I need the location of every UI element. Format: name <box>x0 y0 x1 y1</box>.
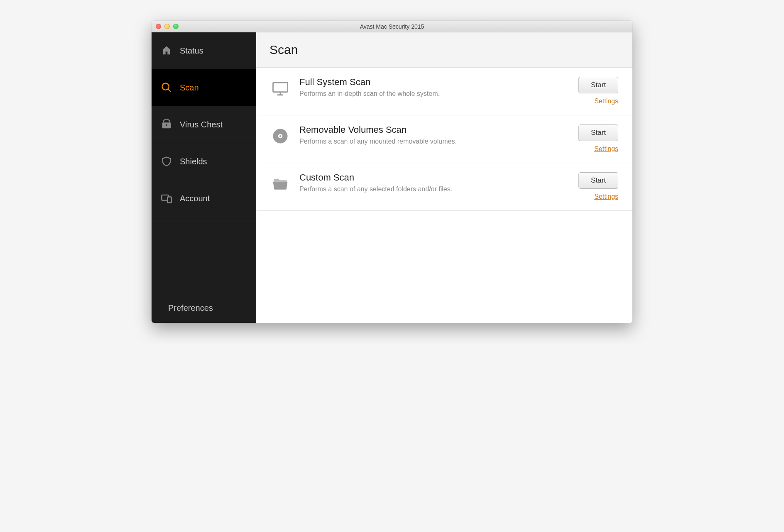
titlebar: Avast Mac Security 2015 <box>152 21 632 32</box>
scan-text: Custom Scan Performs a scan of any selec… <box>299 172 564 193</box>
svg-rect-5 <box>167 197 171 203</box>
disc-icon <box>270 126 290 146</box>
scan-description: Performs a scan of any selected folders … <box>299 185 564 193</box>
scan-row-full-system: Full System Scan Performs an in-depth sc… <box>256 68 632 115</box>
scan-actions: Start Settings <box>573 124 618 153</box>
scan-list: Full System Scan Performs an in-depth sc… <box>256 68 632 323</box>
sidebar-spacer <box>152 217 256 293</box>
scan-description: Performs an in-depth scan of the whole s… <box>299 90 564 98</box>
svg-point-0 <box>162 83 169 90</box>
settings-link[interactable]: Settings <box>594 193 618 200</box>
scan-actions: Start Settings <box>573 172 618 200</box>
sidebar-item-label: Shields <box>180 157 207 166</box>
start-button[interactable]: Start <box>578 124 618 141</box>
sidebar: Status Scan Virus Chest Shields <box>152 32 256 323</box>
start-button[interactable]: Start <box>578 77 618 93</box>
minimize-window-button[interactable] <box>164 24 170 29</box>
close-window-button[interactable] <box>156 24 161 29</box>
svg-rect-6 <box>273 83 288 92</box>
devices-icon <box>161 193 172 204</box>
svg-point-3 <box>166 124 167 126</box>
start-button[interactable]: Start <box>578 172 618 189</box>
content-header: Scan <box>256 32 632 68</box>
scan-row-removable-volumes: Removable Volumes Scan Performs a scan o… <box>256 115 632 163</box>
scan-title: Custom Scan <box>299 172 564 183</box>
shield-icon <box>161 156 172 167</box>
scan-text: Full System Scan Performs an in-depth sc… <box>299 77 564 98</box>
scan-description: Performs a scan of any mounted removable… <box>299 138 564 145</box>
scan-title: Full System Scan <box>299 77 564 88</box>
settings-link[interactable]: Settings <box>594 98 618 105</box>
window-body: Status Scan Virus Chest Shields <box>152 32 632 323</box>
search-icon <box>161 82 172 93</box>
sidebar-item-label: Account <box>180 194 210 203</box>
sidebar-item-virus-chest[interactable]: Virus Chest <box>152 106 256 143</box>
sidebar-item-status[interactable]: Status <box>152 32 256 69</box>
sidebar-item-label: Preferences <box>168 303 213 313</box>
page-title: Scan <box>270 43 298 57</box>
maximize-window-button[interactable] <box>173 24 179 29</box>
settings-link[interactable]: Settings <box>594 145 618 153</box>
scan-row-custom: Custom Scan Performs a scan of any selec… <box>256 163 632 211</box>
sidebar-item-shields[interactable]: Shields <box>152 143 256 180</box>
scan-text: Removable Volumes Scan Performs a scan o… <box>299 124 564 145</box>
sidebar-item-label: Virus Chest <box>180 120 223 129</box>
sidebar-item-preferences[interactable]: Preferences <box>152 293 256 323</box>
main-content: Scan Full System Scan Performs an in-dep… <box>256 32 632 323</box>
sidebar-item-label: Scan <box>180 83 199 93</box>
sidebar-item-scan[interactable]: Scan <box>152 69 256 106</box>
window-title: Avast Mac Security 2015 <box>152 23 632 30</box>
sidebar-item-label: Status <box>180 46 203 56</box>
chest-icon <box>161 119 172 130</box>
scan-actions: Start Settings <box>573 77 618 105</box>
home-icon <box>161 45 172 56</box>
app-window: Avast Mac Security 2015 Status Scan Vi <box>152 21 632 323</box>
sidebar-item-account[interactable]: Account <box>152 180 256 217</box>
traffic-lights <box>152 24 179 29</box>
svg-point-11 <box>279 135 281 137</box>
folder-icon <box>270 174 290 194</box>
monitor-icon <box>270 78 290 98</box>
scan-title: Removable Volumes Scan <box>299 124 564 135</box>
svg-line-1 <box>168 89 171 92</box>
